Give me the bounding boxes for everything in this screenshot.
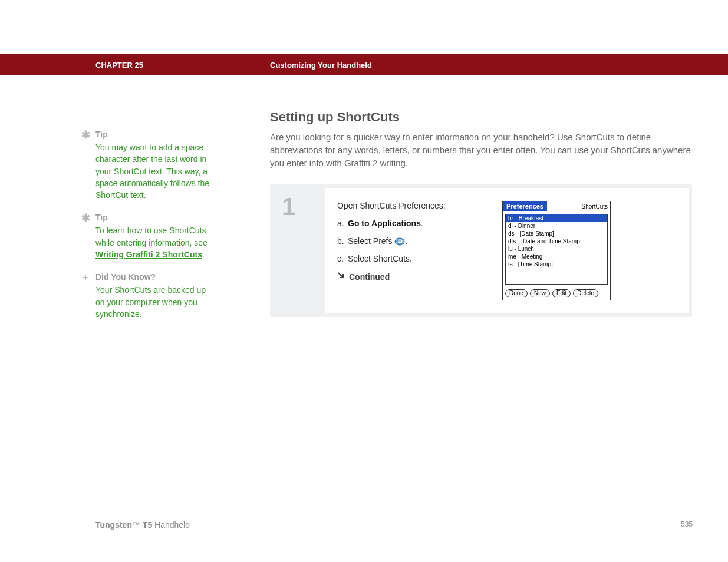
step-number-column: 1 [270, 184, 325, 317]
list-item[interactable]: me - Meeting [506, 253, 607, 260]
prefs-icon [394, 237, 405, 246]
substep-suffix: . [421, 219, 423, 228]
continued-arrow-icon [337, 272, 345, 282]
sidebar-body: Your ShortCuts are backed up on your com… [95, 284, 212, 320]
sidebar-heading: Tip [95, 130, 212, 139]
substep-a: a. Go to Applications. [337, 219, 485, 228]
sidebar-body: To learn how to use ShortCuts while ente… [95, 224, 212, 260]
palm-shortcuts-list[interactable]: br - Breakfast di - Dinner ds - [Date St… [505, 214, 608, 285]
footer: Tungsten™ T5 Handheld 535 [95, 514, 693, 530]
footer-product-bold: Tungsten™ T5 [95, 520, 152, 530]
writing-graffiti-link[interactable]: Writing Graffiti 2 ShortCuts [95, 250, 202, 259]
chapter-title: Customizing Your Handheld [270, 61, 372, 70]
step-number: 1 [282, 193, 325, 221]
substep-c: c. Select ShortCuts. [337, 254, 485, 263]
step-lead: Open ShortCuts Preferences: [337, 201, 485, 210]
step-content: Open ShortCuts Preferences: a. Go to App… [325, 188, 689, 313]
header-band: CHAPTER 25 Customizing Your Handheld [0, 54, 728, 75]
asterisk-icon: ✱ [80, 130, 91, 140]
done-button[interactable]: Done [505, 289, 528, 297]
sidebar-didyouknow: + Did You Know? Your ShortCuts are backe… [77, 272, 212, 320]
sidebar: ✱ Tip You may want to add a space charac… [77, 130, 212, 332]
sidebar-heading: Did You Know? [95, 272, 212, 282]
palm-titlebar: Preferences ShortCuts [503, 201, 610, 211]
substep-letter: c. [337, 254, 344, 263]
substep-letter: a. [337, 219, 344, 228]
intro-paragraph: Are you looking for a quicker way to ent… [270, 131, 694, 169]
footer-page-number: 535 [681, 520, 693, 530]
svg-rect-1 [398, 239, 403, 243]
substep-text: Select ShortCuts. [348, 254, 412, 263]
sidebar-heading: Tip [95, 213, 212, 222]
sidebar-tip-1: ✱ Tip You may want to add a space charac… [77, 130, 212, 201]
footer-product: Tungsten™ T5 Handheld [95, 520, 190, 530]
list-item[interactable]: dts - [Date and Time Stamp] [506, 237, 607, 245]
substep-suffix: . [405, 236, 407, 246]
chapter-label: CHAPTER 25 [95, 61, 143, 70]
palm-title-right: ShortCuts [582, 203, 610, 210]
asterisk-icon: ✱ [80, 213, 91, 223]
plus-icon: + [80, 272, 91, 283]
list-item[interactable]: ts - [Time Stamp] [506, 260, 607, 268]
sidebar-body-prefix: To learn how to use ShortCuts while ente… [95, 226, 207, 247]
palm-title-left: Preferences [503, 201, 547, 211]
go-to-applications-link[interactable]: Go to Applications [348, 219, 421, 228]
substep-prefix: Select Prefs [348, 236, 394, 246]
continued-row: Continued [337, 272, 485, 282]
substep-letter: b. [337, 236, 344, 246]
substep-b: b. Select Prefs . [337, 236, 485, 246]
sidebar-body: You may want to add a space character af… [95, 141, 212, 201]
palm-preferences-window: Preferences ShortCuts br - Breakfast di … [502, 201, 611, 300]
list-item[interactable]: br - Breakfast [506, 214, 607, 222]
edit-button[interactable]: Edit [552, 289, 571, 297]
delete-button[interactable]: Delete [573, 289, 598, 297]
sidebar-tip-2: ✱ Tip To learn how to use ShortCuts whil… [77, 213, 212, 260]
sidebar-body-suffix: . [202, 250, 205, 259]
section-title: Setting up ShortCuts [270, 110, 694, 125]
step-instructions: Open ShortCuts Preferences: a. Go to App… [337, 201, 485, 300]
list-item[interactable]: lu - Lunch [506, 245, 607, 253]
main-content: Setting up ShortCuts Are you looking for… [270, 110, 694, 317]
step-box: 1 Open ShortCuts Preferences: a. Go to A… [270, 184, 692, 317]
list-item[interactable]: ds - [Date Stamp] [506, 230, 607, 237]
footer-product-rest: Handheld [152, 520, 190, 530]
new-button[interactable]: New [530, 289, 550, 297]
list-item[interactable]: di - Dinner [506, 222, 607, 230]
palm-button-row: Done New Edit Delete [503, 287, 610, 300]
continued-label: Continued [349, 272, 390, 282]
